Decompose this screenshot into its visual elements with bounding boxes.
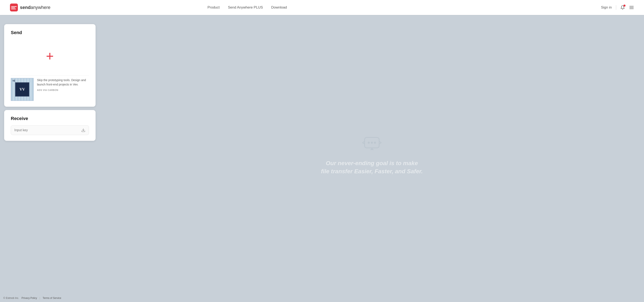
svg-rect-1 xyxy=(11,6,17,7)
hero-brand-icon xyxy=(362,133,382,154)
logo-text: sendanywhere xyxy=(20,5,50,10)
navbar-actions: Sign in xyxy=(601,5,634,10)
input-key-wrapper xyxy=(11,125,89,135)
download-icon xyxy=(81,128,86,132)
svg-point-9 xyxy=(368,142,370,144)
ad-section: VV VE Skip the prototyping tools. Design… xyxy=(11,75,89,101)
ad-image[interactable]: VV VE xyxy=(11,78,34,101)
footer-separator: | xyxy=(40,296,40,299)
navbar: sendanywhere Product Send Anywhere PLUS … xyxy=(0,0,644,15)
vev-small-label: VE xyxy=(12,80,15,82)
nav-plus[interactable]: Send Anywhere PLUS xyxy=(228,6,263,10)
ad-image-inner: VV xyxy=(15,82,29,97)
menu-button[interactable] xyxy=(629,5,634,10)
receive-card: Receive xyxy=(4,110,96,141)
send-card: Send + VV VE Skip the prototyping tools.… xyxy=(4,24,96,107)
vev-logo: VV xyxy=(20,87,25,92)
receive-title: Receive xyxy=(11,116,89,121)
ad-text: Skip the prototyping tools. Design and l… xyxy=(37,78,89,91)
ads-via-label: ADS VIA CARBON xyxy=(37,89,89,91)
footer: © Estmob Inc. Privacy Policy | Terms of … xyxy=(0,294,64,302)
footer-terms-link[interactable]: Terms of Service xyxy=(42,296,61,299)
nav-download[interactable]: Download xyxy=(271,6,287,10)
nav-product[interactable]: Product xyxy=(208,6,220,10)
left-panel: Send + VV VE Skip the prototyping tools.… xyxy=(0,19,100,302)
logo-link[interactable]: sendanywhere xyxy=(10,4,50,12)
add-files-plus-icon: + xyxy=(46,50,54,63)
notification-button[interactable] xyxy=(620,5,625,10)
svg-point-11 xyxy=(374,142,376,144)
input-key-field[interactable] xyxy=(14,128,80,132)
send-title: Send xyxy=(11,30,89,35)
hamburger-icon xyxy=(629,5,634,10)
add-files-button[interactable]: + xyxy=(11,40,89,73)
sign-in-link[interactable]: Sign in xyxy=(601,6,612,10)
svg-point-10 xyxy=(371,142,373,144)
main-content: Send + VV VE Skip the prototyping tools.… xyxy=(0,0,644,302)
svg-rect-2 xyxy=(11,8,15,8)
right-panel: Our never-ending goal is to make file tr… xyxy=(100,19,644,302)
svg-rect-3 xyxy=(11,9,16,9)
notification-badge xyxy=(624,5,626,7)
footer-privacy-link[interactable]: Privacy Policy xyxy=(22,296,37,299)
logo-icon xyxy=(10,4,18,12)
hero-tagline: Our never-ending goal is to make file tr… xyxy=(321,159,423,175)
nav-divider xyxy=(616,5,616,10)
footer-copyright: © Estmob Inc. xyxy=(3,296,19,299)
receive-download-button[interactable] xyxy=(81,128,86,132)
ad-description: Skip the prototyping tools. Design and l… xyxy=(37,78,89,87)
main-nav: Product Send Anywhere PLUS Download xyxy=(208,6,287,10)
